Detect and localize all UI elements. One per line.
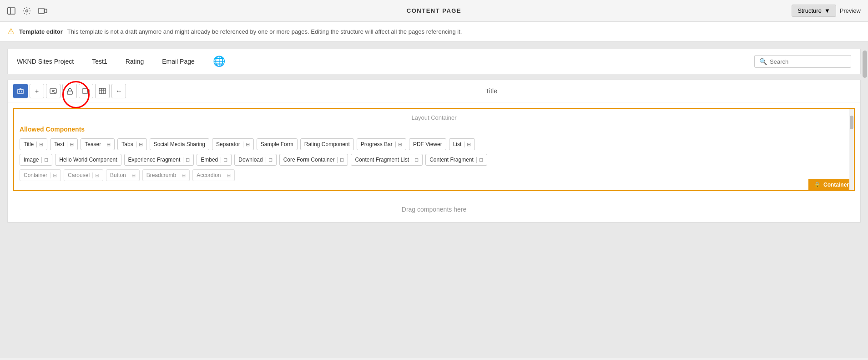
main-area: WKND Sites Project Test1 Rating Email Pa… (0, 41, 868, 358)
outer-scrollbar[interactable] (862, 41, 868, 358)
nav-item-test1[interactable]: Test1 (92, 58, 107, 65)
panel-toggle-icon[interactable] (7, 7, 15, 15)
structure-button[interactable]: Structure ▼ (792, 5, 836, 17)
layout-container: Layout Container Allowed Components Titl… (13, 108, 855, 191)
layout-scrollbar[interactable] (849, 109, 854, 190)
delete-button[interactable] (13, 84, 28, 98)
top-bar-left (7, 7, 47, 15)
nav-search[interactable]: 🔍 (754, 55, 851, 68)
outer-scrollbar-thumb (863, 51, 867, 78)
warning-message: This template is not a draft anymore and… (67, 28, 462, 35)
lock-button[interactable] (62, 84, 77, 98)
allowed-components-title: Allowed Components (20, 126, 848, 133)
chevron-down-icon: ▼ (824, 7, 830, 14)
lock-icon: 🔒 (814, 182, 821, 188)
comp-button[interactable]: Button ⊟ (106, 169, 140, 181)
add-button[interactable]: + (30, 84, 44, 98)
settings-icon[interactable] (23, 7, 31, 15)
comp-container[interactable]: Container ⊟ (20, 169, 61, 181)
editor-toolbar: + (8, 80, 860, 102)
svg-rect-1 (8, 8, 15, 14)
layout-label: Layout Container (20, 114, 848, 121)
nav-item-rating[interactable]: Rating (126, 58, 144, 65)
svg-rect-9 (83, 88, 87, 94)
comp-content-fragment[interactable]: Content Fragment ⊟ (425, 154, 487, 166)
nav-bar: WKND Sites Project Test1 Rating Email Pa… (7, 49, 861, 74)
comp-breadcrumb[interactable]: Breadcrumb ⊟ (142, 169, 190, 181)
svg-rect-4 (45, 9, 47, 13)
comp-title[interactable]: Title ⊟ (20, 138, 47, 150)
comp-social-media-sharing[interactable]: Social Media Sharing (150, 138, 209, 150)
preview-button[interactable]: Preview (840, 7, 861, 14)
comp-hello-world[interactable]: Hello World Component (55, 154, 121, 166)
components-row-3: Container ⊟ Carousel ⊟ Button ⊟ Breadcru… (20, 169, 848, 181)
configure-button[interactable] (46, 84, 61, 98)
comp-image[interactable]: Image ⊟ (20, 154, 52, 166)
comp-core-form-container[interactable]: Core Form Container ⊟ (279, 154, 348, 166)
comp-list[interactable]: List ⊟ (449, 138, 475, 150)
layout-scrollbar-thumb (850, 116, 853, 129)
comp-accordion[interactable]: Accordion ⊟ (192, 169, 234, 181)
comp-carousel[interactable]: Carousel ⊟ (64, 169, 103, 181)
search-icon: 🔍 (759, 58, 767, 65)
table-button[interactable] (95, 84, 110, 98)
drag-area: Drag components here (8, 197, 860, 222)
search-input[interactable] (770, 58, 846, 65)
svg-rect-8 (67, 91, 72, 94)
container-badge[interactable]: 🔒 Container (808, 179, 854, 191)
responsive-button[interactable] (79, 84, 93, 98)
top-bar-right: Structure ▼ Preview (792, 5, 861, 17)
page-title: CONTENT PAGE (407, 7, 461, 14)
comp-download[interactable]: Download ⊟ (234, 154, 276, 166)
toolbar-title: Title (128, 87, 855, 95)
warning-icon: ⚠ (7, 26, 15, 36)
svg-rect-3 (39, 8, 44, 14)
comp-tabs[interactable]: Tabs ⊟ (117, 138, 146, 150)
container-label: Container (823, 182, 849, 188)
comp-embed[interactable]: Embed ⊟ (197, 154, 232, 166)
comp-progress-bar[interactable]: Progress Bar ⊟ (357, 138, 406, 150)
svg-rect-10 (88, 90, 89, 92)
warning-title: Template editor (19, 28, 63, 35)
svg-point-2 (26, 10, 28, 12)
comp-content-fragment-list[interactable]: Content Fragment List ⊟ (351, 154, 423, 166)
comp-sample-form[interactable]: Sample Form (257, 138, 298, 150)
comp-text[interactable]: Text ⊟ (50, 138, 78, 150)
comp-teaser[interactable]: Teaser ⊟ (81, 138, 115, 150)
svg-rect-5 (18, 89, 23, 94)
comp-experience-fragment[interactable]: Experience Fragment ⊟ (124, 154, 194, 166)
comp-rating-component[interactable]: Rating Component (300, 138, 354, 150)
svg-rect-0 (8, 8, 10, 14)
globe-icon[interactable]: 🌐 (213, 56, 225, 67)
page-editor: + (7, 80, 861, 223)
components-row-2: Image ⊟ Hello World Component Experience… (20, 154, 848, 166)
comp-pdf-viewer[interactable]: PDF Viewer (409, 138, 446, 150)
nav-item-email[interactable]: Email Page (162, 58, 195, 65)
nav-item-wknd[interactable]: WKND Sites Project (17, 58, 74, 65)
comp-separator[interactable]: Separator ⊟ (212, 138, 254, 150)
svg-rect-11 (99, 88, 106, 94)
top-bar: CONTENT PAGE Structure ▼ Preview (0, 0, 868, 22)
warning-bar: ⚠ Template editor This template is not a… (0, 22, 868, 41)
device-toggle-icon[interactable] (38, 7, 47, 15)
components-row-1: Title ⊟ Text ⊟ Teaser ⊟ Tabs ⊟ Social Me… (20, 138, 848, 150)
arrows-button[interactable]: ↔ (111, 84, 126, 98)
